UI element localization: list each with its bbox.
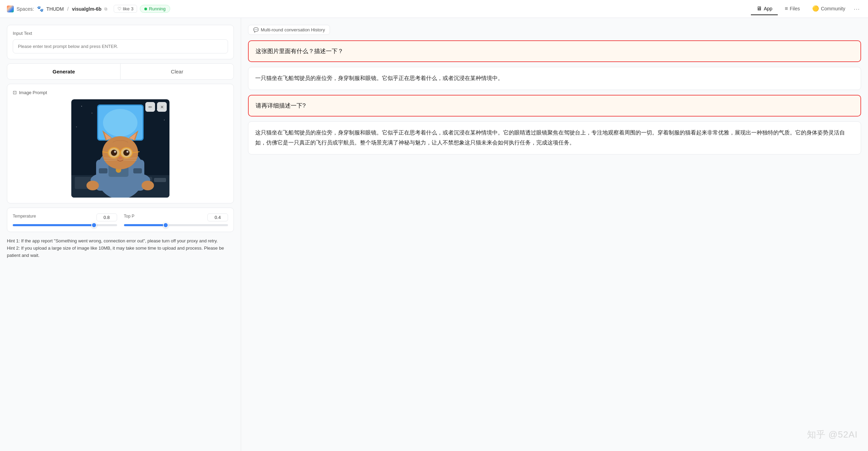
top-p-group: Top P 0.4 <box>124 213 228 226</box>
path-separator: / <box>67 6 69 12</box>
svg-point-34 <box>123 150 130 156</box>
temperature-fill <box>13 224 94 226</box>
repo-name[interactable]: visualglm-6b <box>72 6 102 12</box>
temperature-value-row: Temperature 0.8 <box>13 213 117 221</box>
image-prompt-label-text: Image Prompt <box>19 90 47 95</box>
spaces-label: Spaces: <box>17 6 34 12</box>
input-section: Input Text <box>7 25 234 59</box>
sliders-section: Temperature 0.8 Top P 0.4 <box>7 208 234 232</box>
svg-rect-20 <box>99 168 107 173</box>
temperature-thumb <box>91 222 97 228</box>
action-buttons: Generate Clear <box>7 63 234 80</box>
spaces-logo-icon <box>7 6 14 12</box>
left-panel: Input Text Generate Clear ⊡ Image Prompt <box>0 18 241 451</box>
app-icon: 🖥 <box>756 6 762 12</box>
heart-icon: ♡ <box>117 6 122 11</box>
hint-1: Hint 1: If the app report "Something wen… <box>7 238 234 245</box>
conversation-header: 💬 Multi-round conversation History <box>248 25 330 35</box>
svg-point-24 <box>86 181 99 190</box>
temperature-group: Temperature 0.8 <box>13 213 117 226</box>
svg-point-4 <box>164 120 165 120</box>
conversation-header-text: Multi-round conversation History <box>261 27 325 32</box>
message-user-2: 请再详细描述一下? <box>248 95 861 117</box>
status-badge: Running <box>140 5 170 13</box>
community-icon: 🟡 <box>812 5 819 12</box>
app-header: Spaces: 🐾 THUDM / visualglm-6b ⧉ ♡ like … <box>0 0 868 18</box>
generate-button[interactable]: Generate <box>7 64 121 79</box>
tab-app[interactable]: 🖥 App <box>751 3 778 15</box>
top-p-thumb <box>163 222 168 228</box>
svg-point-25 <box>142 181 154 190</box>
svg-point-33 <box>111 150 117 156</box>
temperature-label: Temperature <box>13 214 36 219</box>
top-p-value: 0.4 <box>207 213 228 221</box>
files-icon: ≡ <box>785 6 788 12</box>
clear-button[interactable]: Clear <box>121 64 234 79</box>
main-container: Input Text Generate Clear ⊡ Image Prompt <box>0 18 868 451</box>
svg-point-35 <box>114 151 116 153</box>
org-name-text: THUDM <box>46 6 64 12</box>
top-p-label: Top P <box>124 214 135 219</box>
message-user-1: 这张图片里面有什么？描述一下？ <box>248 40 861 62</box>
message-assistant-2: 这只猫坐在飞船驾驶员的座位旁，身穿制服和眼镜。它似乎正在思考着什么，或者沉浸在某… <box>248 121 861 154</box>
image-upload-area[interactable]: ✏ ✕ <box>13 99 228 198</box>
message-assistant-2-text: 这只猫坐在飞船驾驶员的座位旁，身穿制服和眼镜。它似乎正在思考着什么，或者沉浸在某… <box>255 130 845 146</box>
header-left: Spaces: 🐾 THUDM / visualglm-6b ⧉ ♡ like … <box>7 5 751 13</box>
image-prompt-section: ⊡ Image Prompt <box>7 84 234 203</box>
running-dot-icon <box>144 8 147 10</box>
more-options-icon[interactable]: ⋯ <box>852 2 861 16</box>
like-count: 3 <box>131 6 133 11</box>
top-p-fill <box>124 224 166 226</box>
image-prompt-label: ⊡ Image Prompt <box>13 90 228 95</box>
message-user-2-text: 请再详细描述一下? <box>256 102 306 109</box>
message-assistant-1: 一只猫坐在飞船驾驶员的座位旁，身穿制服和眼镜。它似乎正在思考着什么，或者沉浸在某… <box>248 67 861 90</box>
tab-community[interactable]: 🟡 Community <box>807 2 851 15</box>
svg-point-36 <box>126 151 128 153</box>
tab-app-label: App <box>764 6 772 11</box>
svg-point-2 <box>92 113 92 113</box>
tab-community-label: Community <box>821 6 845 11</box>
org-icon: 🐾 <box>37 6 44 12</box>
text-prompt-input[interactable] <box>13 39 228 53</box>
like-label: like <box>123 6 130 11</box>
hint-2: Hint 2: If you upload a large size of im… <box>7 245 234 259</box>
svg-rect-15 <box>154 178 166 182</box>
temperature-slider[interactable] <box>13 224 117 226</box>
sliders-row: Temperature 0.8 Top P 0.4 <box>13 213 228 226</box>
copy-icon[interactable]: ⧉ <box>104 7 107 11</box>
right-panel: 💬 Multi-round conversation History 这张图片里… <box>241 18 868 451</box>
svg-point-42 <box>118 157 122 159</box>
watermark: 知乎 @52AI <box>807 429 858 441</box>
uploaded-image-container: ✏ ✕ <box>71 99 169 198</box>
status-text: Running <box>149 6 165 11</box>
header-nav: 🖥 App ≡ Files 🟡 Community ⋯ <box>751 2 861 16</box>
tab-files[interactable]: ≡ Files <box>779 3 805 15</box>
svg-point-5 <box>76 127 77 127</box>
tab-files-label: Files <box>790 6 800 11</box>
image-prompt-icon: ⊡ <box>13 90 17 95</box>
svg-point-8 <box>103 109 137 137</box>
like-button[interactable]: ♡ like 3 <box>114 5 137 13</box>
hints-section: Hint 1: If the app report "Something wen… <box>7 236 234 260</box>
input-label: Input Text <box>13 31 228 36</box>
message-user-1-text: 这张图片里面有什么？描述一下？ <box>256 48 343 54</box>
image-actions: ✏ ✕ <box>145 102 167 112</box>
cat-astronaut-image <box>71 99 169 198</box>
svg-rect-21 <box>133 168 142 173</box>
top-p-value-row: Top P 0.4 <box>124 213 228 221</box>
edit-image-button[interactable]: ✏ <box>145 102 155 112</box>
conversation-icon: 💬 <box>253 27 259 32</box>
temperature-value: 0.8 <box>96 213 117 221</box>
message-assistant-1-text: 一只猫坐在飞船驾驶员的座位旁，身穿制服和眼镜。它似乎正在思考着什么，或者沉浸在某… <box>255 75 503 81</box>
remove-image-button[interactable]: ✕ <box>157 102 167 112</box>
org-name[interactable]: THUDM <box>46 6 64 12</box>
svg-point-1 <box>81 106 82 107</box>
top-p-slider[interactable] <box>124 224 228 226</box>
